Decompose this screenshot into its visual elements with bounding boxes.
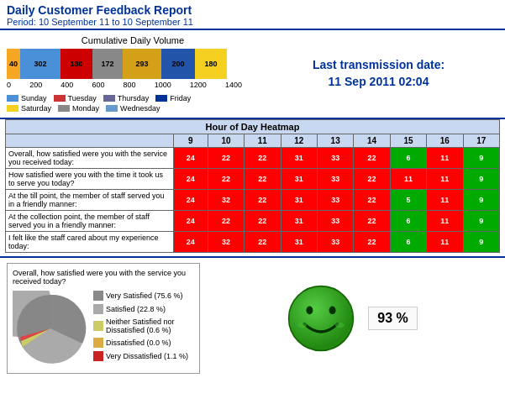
legend-color-box — [58, 105, 70, 112]
axis-label: 400 — [60, 81, 73, 89]
axis-label: 200 — [29, 81, 42, 89]
hour-header: 9 — [174, 134, 208, 148]
pie-legend-item: Dissatisfied (0.0 %) — [93, 338, 194, 348]
heatmap-cell: 31 — [281, 211, 317, 232]
heatmap-cell: 9 — [463, 211, 499, 232]
heatmap-cell: 24 — [174, 148, 208, 169]
axis-label: 1000 — [155, 81, 171, 89]
legend-label: Tuesday — [68, 94, 97, 102]
heatmap-cell: 22 — [208, 211, 244, 232]
legend-color-box — [106, 105, 118, 112]
axis-label: 1400 — [225, 81, 242, 89]
hour-header: 10 — [208, 134, 244, 148]
heatmap-cell: 24 — [174, 169, 208, 190]
pie-content: Very Satisfied (75.6 %)Satisfied (22.8 %… — [13, 291, 194, 368]
bar-segment: 180 — [60, 49, 92, 79]
heatmap-cell: 22 — [245, 211, 281, 232]
heatmap-cell: 9 — [463, 148, 499, 169]
heatmap-cell: 9 — [463, 169, 499, 190]
bar-segment: 302 — [20, 49, 60, 79]
transmission-info: Last transmission date: 11 Sep 2011 02:0… — [259, 57, 498, 90]
heatmap-cell: 24 — [174, 190, 208, 211]
axis-label: 0 — [7, 81, 11, 89]
hour-header: 14 — [354, 134, 390, 148]
heatmap-cell: 22 — [245, 169, 281, 190]
heatmap-row: How satisfied were you with the time it … — [6, 169, 500, 190]
chart-legend: SundayTuesdayThursdayFridaySaturdayMonda… — [7, 94, 242, 113]
heatmap-cell: 33 — [317, 148, 353, 169]
heatmap-cell: 22 — [208, 148, 244, 169]
legend-color-box — [103, 95, 115, 102]
heatmap-cell: 22 — [354, 211, 390, 232]
axis-label: 600 — [92, 81, 104, 89]
heatmap-table: Hour of Day Heatmap 91011121314151617 Ov… — [5, 119, 500, 253]
hour-header: 16 — [427, 134, 463, 148]
pie-title: Overall, how satisfied were you with the… — [13, 269, 194, 286]
transmission-label: Last transmission date: 11 Sep 2011 02:0… — [259, 57, 498, 90]
top-section: Cumulative Daily Volume 4030218017229320… — [0, 30, 505, 119]
heatmap-cell: 11 — [427, 148, 463, 169]
legend-label: Monday — [72, 104, 99, 113]
heatmap-cell: 9 — [463, 232, 499, 253]
hour-header: 12 — [281, 134, 317, 148]
heatmap-cell: 31 — [281, 190, 317, 211]
heatmap-cell: 11 — [427, 211, 463, 232]
heatmap-title: Hour of Day Heatmap — [6, 120, 500, 134]
heatmap-cell: 32 — [208, 232, 244, 253]
legend-item: Wednesday — [106, 104, 160, 113]
heatmap-cell: 33 — [317, 169, 353, 190]
period-label: Period: — [7, 17, 36, 27]
bar-segment: 40 — [7, 49, 20, 79]
pie-legend: Very Satisfied (75.6 %)Satisfied (22.8 %… — [93, 291, 194, 365]
pie-legend-label: Satisfied (22.8 %) — [106, 305, 166, 313]
heatmap-cell: 22 — [208, 169, 244, 190]
heatmap-cell: 6 — [390, 211, 426, 232]
pie-legend-item: Very Dissatisfied (1.1 %) — [93, 351, 194, 361]
svg-point-5 — [335, 323, 345, 328]
heatmap-section: Hour of Day Heatmap 91011121314151617 Ov… — [0, 119, 505, 258]
transmission-text: Last transmission date: — [313, 58, 445, 71]
legend-color-box — [155, 95, 167, 102]
bar-segment: 200 — [161, 49, 195, 79]
report-header: Daily Customer Feedback Report Period: 1… — [0, 0, 505, 30]
legend-label: Wednesday — [120, 104, 160, 113]
hour-header: 15 — [390, 134, 426, 148]
smiley-section: 93 % — [207, 263, 498, 374]
legend-color-box — [54, 95, 66, 102]
heatmap-row: At the collection point, the member of s… — [6, 211, 500, 232]
heatmap-cell: 24 — [174, 211, 208, 232]
heatmap-cell: 11 — [427, 190, 463, 211]
hour-header: 11 — [245, 134, 281, 148]
pie-legend-item: Very Satisfied (75.6 %) — [93, 291, 194, 301]
heatmap-cell: 22 — [245, 190, 281, 211]
heatmap-row: Overall, how satisfied were you with the… — [6, 148, 500, 169]
question-cell: How satisfied were you with the time it … — [6, 169, 174, 190]
pie-legend-label: Neither Satisfied nor Dissatisfied (0.6 … — [106, 318, 194, 334]
legend-label: Friday — [170, 94, 191, 102]
heatmap-cell: 22 — [354, 169, 390, 190]
cumulative-chart: Cumulative Daily Volume 4030218017229320… — [7, 35, 259, 113]
transmission-value: 11 Sep 2011 02:04 — [329, 75, 429, 88]
heatmap-cell: 31 — [281, 169, 317, 190]
hour-header: 17 — [463, 134, 499, 148]
legend-item: Saturday — [7, 104, 51, 113]
heatmap-cell: 31 — [281, 148, 317, 169]
svg-point-2 — [307, 307, 313, 315]
question-cell: Overall, how satisfied were you with the… — [6, 148, 174, 169]
question-header — [6, 134, 174, 148]
cumulative-title: Cumulative Daily Volume — [7, 35, 259, 45]
axis-label: 1200 — [190, 81, 207, 89]
pie-legend-label: Very Satisfied (75.6 %) — [106, 291, 183, 300]
legend-label: Saturday — [21, 104, 51, 113]
heatmap-cell: 32 — [208, 190, 244, 211]
pie-legend-label: Dissatisfied (0.0 %) — [106, 339, 171, 347]
question-cell: At the till point, the member of staff s… — [6, 190, 174, 211]
report-title: Daily Customer Feedback Report — [7, 3, 498, 17]
axis-label: 800 — [124, 81, 136, 89]
pie-legend-color — [93, 291, 103, 301]
heatmap-hours-row: 91011121314151617 — [6, 134, 500, 148]
bar-segment: 172 — [92, 49, 123, 79]
heatmap-title-row: Hour of Day Heatmap — [6, 120, 500, 134]
heatmap-cell: 31 — [281, 232, 317, 253]
legend-item: Monday — [58, 104, 99, 113]
